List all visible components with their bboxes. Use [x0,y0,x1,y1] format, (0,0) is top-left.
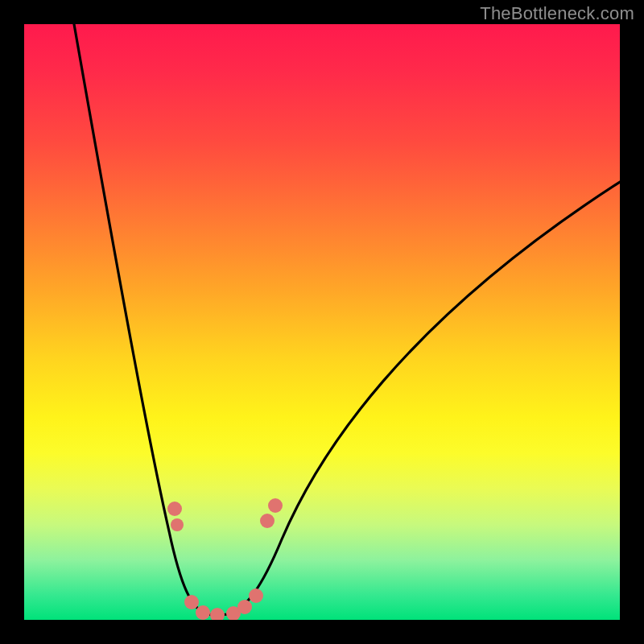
data-marker [196,605,210,620]
data-marker [167,502,182,516]
curve-layer [24,24,620,620]
data-marker [184,595,199,609]
plot-area [24,24,620,620]
data-marker [249,588,263,603]
chart-frame: TheBottleneck.com [0,0,644,644]
data-marker [171,518,184,531]
data-marker [237,600,252,614]
data-marker [260,514,275,528]
curve-left [74,24,227,615]
data-marker [210,608,225,620]
data-marker [268,498,283,513]
watermark-text: TheBottleneck.com [480,3,634,24]
curve-right [227,182,620,614]
